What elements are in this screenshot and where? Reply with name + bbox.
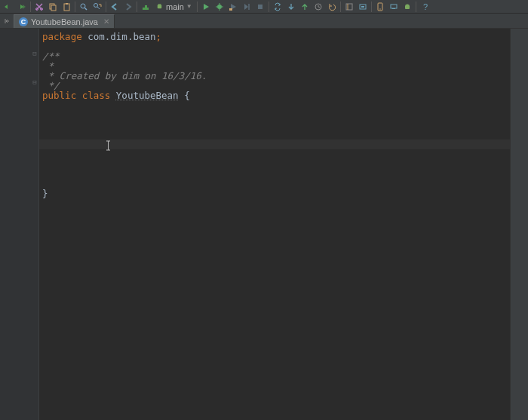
tab-nav-left-icon[interactable] <box>2 14 14 28</box>
toolbar-separator <box>416 2 416 12</box>
paste-icon[interactable] <box>60 1 73 13</box>
svg-rect-11 <box>147 8 149 10</box>
semicolon: ; <box>156 31 162 42</box>
svg-point-8 <box>94 3 98 7</box>
vcs-history-icon[interactable] <box>312 1 325 13</box>
editor-area: ⊟ ⊟ package com.dim.bean; /** * * Create… <box>0 29 528 420</box>
redo-icon[interactable] <box>15 1 29 13</box>
vcs-update-icon[interactable] <box>284 1 298 13</box>
toolbar-separator <box>269 2 269 12</box>
svg-rect-31 <box>392 8 395 9</box>
coverage-icon[interactable] <box>226 1 240 13</box>
toolbar-separator <box>106 2 106 12</box>
current-line-highlight <box>39 139 510 149</box>
svg-rect-24 <box>346 4 352 10</box>
replace-icon[interactable] <box>91 1 104 13</box>
tab-youtubebean[interactable]: C YoutubeBean.java ✕ <box>14 14 115 28</box>
android-icon[interactable] <box>401 1 414 13</box>
help-icon[interactable]: ? <box>418 1 431 13</box>
run-config-label: main <box>166 2 184 11</box>
avd-manager-icon[interactable] <box>373 1 387 13</box>
toolbar-separator <box>197 2 198 12</box>
svg-rect-32 <box>405 5 410 9</box>
svg-rect-9 <box>143 8 145 10</box>
svg-rect-20 <box>229 8 232 11</box>
svg-rect-4 <box>64 4 69 11</box>
project-structure-icon[interactable] <box>342 1 356 13</box>
vcs-revert-icon[interactable] <box>325 1 339 13</box>
sdk-manager-icon[interactable] <box>356 1 370 13</box>
svg-point-6 <box>81 4 85 8</box>
toolbar-separator <box>340 2 341 12</box>
svg-rect-30 <box>391 5 397 8</box>
svg-line-7 <box>85 8 87 10</box>
close-brace: } <box>42 188 48 199</box>
sync-icon[interactable] <box>271 1 284 13</box>
java-class-icon: C <box>19 17 28 26</box>
tab-filename: YoutubeBean.java <box>31 17 98 26</box>
fold-marker-icon[interactable]: ⊟ <box>32 79 38 85</box>
run-configuration-dropdown[interactable]: main ▼ <box>152 1 195 13</box>
toolbar-separator <box>137 2 137 12</box>
forward-icon[interactable] <box>121 1 135 13</box>
android-icon <box>155 2 164 11</box>
copy-icon[interactable] <box>46 1 60 13</box>
build-icon[interactable] <box>139 1 152 13</box>
keyword: class <box>76 90 116 101</box>
vertical-scrollbar[interactable] <box>519 29 528 420</box>
svg-rect-10 <box>145 5 147 10</box>
debug-icon[interactable] <box>213 1 226 13</box>
svg-text:?: ? <box>423 2 428 11</box>
error-stripe[interactable] <box>510 29 519 420</box>
svg-point-15 <box>217 5 222 9</box>
toolbar-separator <box>75 2 75 12</box>
svg-rect-12 <box>158 5 162 9</box>
fold-marker-icon[interactable]: ⊟ <box>32 51 38 57</box>
close-tab-icon[interactable]: ✕ <box>103 17 109 26</box>
undo-icon[interactable] <box>2 1 15 13</box>
editor-tabstrip: C YoutubeBean.java ✕ <box>0 14 528 29</box>
open-brace: { <box>179 90 190 101</box>
javadoc-line: * Created by dim on 16/3/16. <box>42 70 207 81</box>
class-name: YoutubeBean <box>116 90 179 101</box>
chevron-down-icon: ▼ <box>186 3 192 10</box>
keyword: package <box>42 31 82 42</box>
run-icon[interactable] <box>199 1 213 13</box>
find-icon[interactable] <box>77 1 91 13</box>
android-monitor-icon[interactable] <box>387 1 401 13</box>
code-editor[interactable]: package com.dim.bean; /** * * Created by… <box>39 29 510 420</box>
svg-rect-5 <box>66 3 68 5</box>
svg-point-29 <box>379 8 380 9</box>
cut-icon[interactable] <box>32 1 46 13</box>
svg-rect-3 <box>51 5 56 11</box>
main-toolbar: main ▼ <box>0 0 528 14</box>
back-icon[interactable] <box>108 1 121 13</box>
attach-debugger-icon[interactable] <box>240 1 253 13</box>
editor-gutter[interactable]: ⊟ ⊟ <box>0 29 39 420</box>
vcs-commit-icon[interactable] <box>298 1 312 13</box>
svg-rect-22 <box>258 5 262 9</box>
toolbar-separator <box>371 2 372 12</box>
package-name: com.dim.bean <box>82 31 156 42</box>
svg-rect-27 <box>361 6 364 8</box>
stop-icon[interactable] <box>253 1 267 13</box>
keyword: public <box>42 90 76 101</box>
toolbar-separator <box>30 2 31 12</box>
